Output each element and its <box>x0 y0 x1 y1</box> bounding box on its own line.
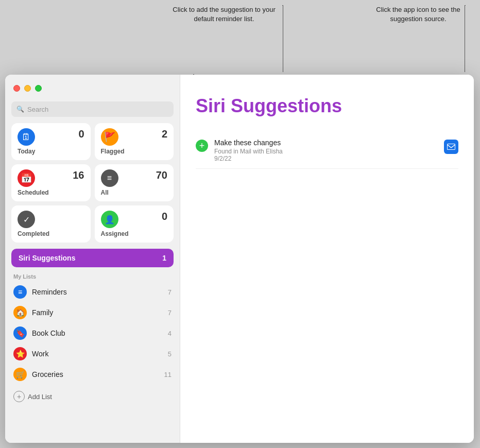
suggestion-item: + Make these changes Found in Mail with … <box>196 132 458 169</box>
family-icon: 🏠 <box>13 306 27 319</box>
smart-tile-assigned[interactable]: 👤 0 Assigned <box>95 205 174 243</box>
all-icon: ≡ <box>101 169 118 187</box>
mail-app-icon-button[interactable] <box>444 140 458 154</box>
scheduled-label: Scheduled <box>18 189 84 196</box>
all-label: All <box>101 189 168 196</box>
assigned-icon: 👤 <box>101 211 118 228</box>
tooltip-right: Click the app icon to see the suggestion… <box>372 5 465 24</box>
book-club-count: 4 <box>168 330 172 337</box>
family-count: 7 <box>168 309 172 317</box>
groceries-name: Groceries <box>32 370 159 378</box>
all-count: 70 <box>156 169 167 181</box>
book-club-name: Book Club <box>32 329 163 337</box>
work-count: 5 <box>168 350 172 358</box>
add-suggestion-button[interactable]: + <box>196 140 208 152</box>
list-item-work[interactable]: ⭐ Work 5 <box>5 343 180 364</box>
main-content: Siri Suggestions + Make these changes Fo… <box>180 75 474 443</box>
tooltip-left: Click to add the suggestion to your defa… <box>165 5 283 24</box>
add-list-label: Add List <box>28 393 52 401</box>
search-icon: 🔍 <box>16 106 24 113</box>
app-window: 🔍 Search 🗓 0 Today 🚩 2 Flagged 📅 16 Sche… <box>5 75 474 443</box>
today-icon: 🗓 <box>18 128 35 146</box>
assigned-count: 0 <box>162 211 167 222</box>
add-list-icon: + <box>13 391 25 402</box>
assigned-label: Assigned <box>101 230 168 237</box>
minimize-button[interactable] <box>24 85 31 92</box>
list-item-family[interactable]: 🏠 Family 7 <box>5 302 180 323</box>
bracket-left <box>282 5 283 72</box>
groceries-count: 11 <box>164 371 172 378</box>
flagged-label: Flagged <box>101 148 168 155</box>
search-placeholder: Search <box>27 106 48 113</box>
bracket-right <box>465 5 466 72</box>
search-bar[interactable]: 🔍 Search <box>11 101 174 117</box>
siri-suggestions-item[interactable]: Siri Suggestions 1 <box>11 249 174 267</box>
smart-tile-flagged[interactable]: 🚩 2 Flagged <box>95 123 174 160</box>
reminders-count: 7 <box>168 288 172 296</box>
today-label: Today <box>18 148 84 155</box>
list-item-groceries[interactable]: 🛒 Groceries 11 <box>5 364 180 385</box>
flagged-count: 2 <box>162 128 167 140</box>
reminders-icon: ≡ <box>13 285 27 299</box>
titlebar <box>5 75 180 101</box>
page-title: Siri Suggestions <box>196 95 458 117</box>
siri-suggestions-label: Siri Suggestions <box>19 254 75 262</box>
my-lists-header: My Lists <box>5 269 180 282</box>
completed-icon: ✓ <box>18 211 35 228</box>
suggestion-title: Make these changes <box>214 139 438 147</box>
smart-tile-completed[interactable]: ✓ Completed <box>11 205 91 243</box>
scheduled-icon: 📅 <box>18 169 35 187</box>
smart-tile-today[interactable]: 🗓 0 Today <box>11 123 91 160</box>
smart-tile-all[interactable]: ≡ 70 All <box>95 164 174 201</box>
smart-tile-scheduled[interactable]: 📅 16 Scheduled <box>11 164 91 201</box>
siri-suggestions-count: 1 <box>162 254 166 262</box>
work-name: Work <box>32 350 163 358</box>
suggestion-text: Make these changes Found in Mail with El… <box>214 139 438 162</box>
maximize-button[interactable] <box>35 85 42 92</box>
mail-icon <box>447 144 455 150</box>
list-item-book-club[interactable]: 🔖 Book Club 4 <box>5 323 180 343</box>
close-button[interactable] <box>13 85 20 92</box>
scheduled-count: 16 <box>73 169 84 181</box>
completed-label: Completed <box>18 230 84 237</box>
flagged-icon: 🚩 <box>101 128 118 146</box>
suggestion-date: 9/2/22 <box>214 155 438 162</box>
list-item-reminders[interactable]: ≡ Reminders 7 <box>5 282 180 302</box>
suggestion-source: Found in Mail with Elisha <box>214 148 438 155</box>
sidebar: 🔍 Search 🗓 0 Today 🚩 2 Flagged 📅 16 Sche… <box>5 75 180 443</box>
today-count: 0 <box>78 128 84 140</box>
book-club-icon: 🔖 <box>13 326 27 340</box>
add-list-button[interactable]: + Add List <box>5 387 180 406</box>
smart-tiles-grid: 🗓 0 Today 🚩 2 Flagged 📅 16 Scheduled ≡ 7… <box>5 123 180 249</box>
groceries-icon: 🛒 <box>13 368 27 381</box>
work-icon: ⭐ <box>13 347 27 360</box>
family-name: Family <box>32 308 163 317</box>
reminders-name: Reminders <box>32 288 163 296</box>
